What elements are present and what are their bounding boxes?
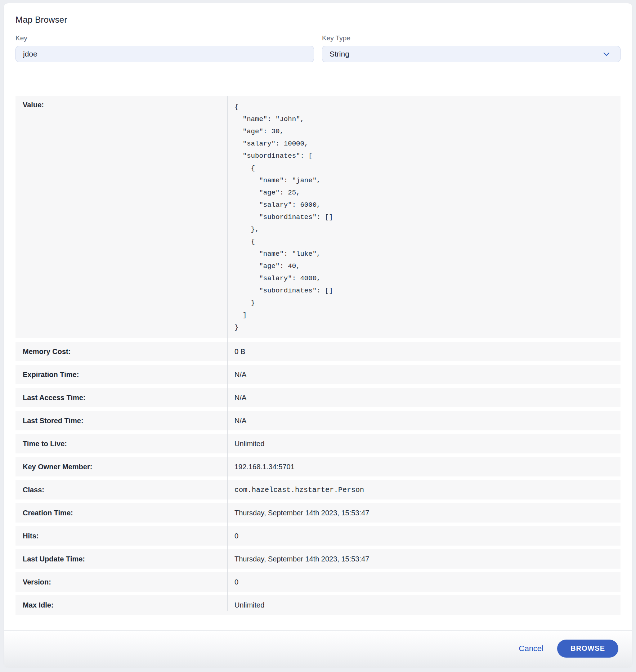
key-column: Key: [15, 34, 314, 62]
row-label: Class:: [15, 486, 227, 494]
row-value: Unlimited: [227, 601, 621, 609]
table-row-max-idle: Max Idle: Unlimited: [15, 595, 621, 615]
row-label: Creation Time:: [15, 509, 227, 517]
cancel-button[interactable]: Cancel: [519, 644, 543, 653]
table-row-expiration-time: Expiration Time: N/A: [15, 365, 621, 384]
table-row-memory-cost: Memory Cost: 0 B: [15, 342, 621, 361]
key-input[interactable]: [15, 46, 314, 62]
key-type-column: Key Type String: [322, 34, 621, 62]
row-label: Time to Live:: [15, 440, 227, 448]
row-label: Last Stored Time:: [15, 417, 227, 425]
row-label: Memory Cost:: [15, 348, 227, 356]
key-type-select[interactable]: String: [322, 46, 621, 62]
row-label: Max Idle:: [15, 601, 227, 609]
row-label: Last Update Time:: [15, 555, 227, 563]
key-type-label: Key Type: [322, 34, 621, 42]
row-label: Key Owner Member:: [15, 463, 227, 471]
table-row-last-access-time: Last Access Time: N/A: [15, 388, 621, 407]
key-label: Key: [15, 34, 314, 42]
value-row-content: { "name": "John", "age": 30, "salary": 1…: [227, 96, 621, 338]
table-row-last-update-time: Last Update Time: Thursday, September 14…: [15, 549, 621, 569]
row-label: Last Access Time:: [15, 394, 227, 402]
key-form: Key Key Type String: [15, 34, 621, 62]
key-type-selected-value: String: [330, 50, 349, 58]
footer-actions: Cancel BROWSE: [4, 630, 632, 668]
chevron-down-icon: [602, 50, 611, 58]
table-row-version: Version: 0: [15, 572, 621, 592]
table-row-time-to-live: Time to Live: Unlimited: [15, 434, 621, 453]
table-row-key-owner-member: Key Owner Member: 192.168.1.34:5701: [15, 457, 621, 476]
row-value: 0: [227, 532, 621, 540]
table-row-class: Class: com.hazelcast.hzstarter.Person: [15, 480, 621, 499]
browse-button[interactable]: BROWSE: [557, 640, 618, 658]
row-value: 0: [227, 578, 621, 586]
table-row-hits: Hits: 0: [15, 526, 621, 546]
entry-details-table: Value: { "name": "John", "age": 30, "sal…: [15, 96, 621, 615]
row-value: N/A: [227, 371, 621, 379]
row-label: Version:: [15, 578, 227, 586]
table-row-creation-time: Creation Time: Thursday, September 14th …: [15, 503, 621, 523]
row-value: Thursday, September 14th 2023, 15:53:47: [227, 555, 621, 563]
table-row-last-stored-time: Last Stored Time: N/A: [15, 411, 621, 430]
row-label: Hits:: [15, 532, 227, 540]
value-json: { "name": "John", "age": 30, "salary": 1…: [234, 101, 612, 333]
row-value: N/A: [227, 394, 621, 402]
table-row-value: Value: { "name": "John", "age": 30, "sal…: [15, 96, 621, 338]
page-title: Map Browser: [4, 3, 632, 25]
row-value: com.hazelcast.hzstarter.Person: [227, 486, 621, 494]
row-value: Thursday, September 14th 2023, 15:53:47: [227, 509, 621, 517]
row-value: 0 B: [227, 348, 621, 356]
map-browser-panel: Map Browser Key Key Type String Value: {…: [4, 3, 632, 668]
row-value: Unlimited: [227, 440, 621, 448]
row-label: Expiration Time:: [15, 371, 227, 379]
row-value: 192.168.1.34:5701: [227, 463, 621, 471]
row-value: N/A: [227, 417, 621, 425]
value-row-label: Value:: [15, 96, 227, 114]
